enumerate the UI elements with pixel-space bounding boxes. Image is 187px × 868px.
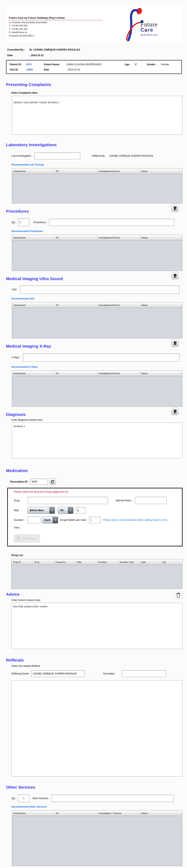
logo-care-text: Care ♥ xyxy=(141,27,157,32)
gender-label: Gender : xyxy=(147,63,161,66)
visit-date-value: : 2024-10-31 xyxy=(66,68,80,71)
col-frequency[interactable]: Fequency xyxy=(54,559,76,565)
uss-table-header: Department ID Investigation/Service Stat… xyxy=(12,302,182,308)
complaints-textarea[interactable]: BREAST USS REPORT TODAY: BI-RADS 2 xyxy=(12,96,182,134)
col-id[interactable]: ID xyxy=(55,371,97,376)
col-qty[interactable]: Qty xyxy=(161,559,182,565)
special-notes-label: Special Notes : xyxy=(116,499,133,502)
prescription-refresh-button[interactable] xyxy=(49,478,56,485)
procedures-delete-button[interactable] xyxy=(172,272,179,279)
total-label: Total : xyxy=(14,526,21,529)
col-way[interactable]: Way xyxy=(76,559,97,565)
company-phone-2: T: +24 84 225 252 xyxy=(9,28,103,30)
letterhead: Future Care by Future Holdings (Pty) Lim… xyxy=(6,5,181,42)
col-id[interactable]: ID xyxy=(55,302,97,308)
complaints-label: Enter Complaints Here xyxy=(11,91,187,94)
tablets-fraction-note: Please add as decimal numbers when addin… xyxy=(103,519,169,521)
way-select-value: Before Meal xyxy=(28,507,45,514)
referring-doctor-label: Reffering Doctor xyxy=(11,672,29,675)
way-select[interactable]: Before Meal ▼ xyxy=(28,507,55,514)
uss-delete-button[interactable] xyxy=(172,340,179,347)
recommended-uss-link[interactable]: Recommended USS xyxy=(11,297,187,300)
prescription-id-input[interactable] xyxy=(30,479,48,485)
col-investigation[interactable]: Investigation/Service xyxy=(97,235,140,240)
other-services-input[interactable] xyxy=(51,795,174,802)
company-address: Le Chainter,Victoria,Mahe,Seychelles xyxy=(9,21,103,24)
drug-list-label: Drug List xyxy=(11,554,187,557)
other-services-label: Other Services : xyxy=(32,797,49,800)
medication-title: Medication xyxy=(6,468,187,473)
xray-input[interactable] xyxy=(23,353,180,362)
col-status[interactable]: Status xyxy=(140,810,182,816)
consult-date-label: Date xyxy=(7,54,29,57)
col-drug[interactable]: Drug xyxy=(33,559,54,565)
visit-date-label: Date xyxy=(44,68,66,71)
drug-list-delete-button[interactable] xyxy=(175,591,182,599)
referring-doctor-input[interactable] xyxy=(31,670,85,677)
col-duration-type[interactable]: Duration Type xyxy=(118,559,140,565)
col-status[interactable]: Status xyxy=(140,302,182,308)
way-label: Way : xyxy=(14,509,28,512)
special-notes-input[interactable] xyxy=(135,497,167,504)
procedures-title: Procedures xyxy=(6,209,187,214)
col-investigation[interactable]: Investigation/Service xyxy=(97,302,140,308)
patient-name-label: Patient Name : xyxy=(44,63,66,66)
col-department[interactable]: Department xyxy=(12,810,55,816)
procedures-table-body xyxy=(12,241,182,271)
duration-type-select[interactable]: Day/s ▼ xyxy=(42,517,58,523)
col-status[interactable]: Status xyxy=(140,235,182,240)
drug-input[interactable] xyxy=(28,497,108,504)
other-qty-input[interactable] xyxy=(18,795,29,802)
drug-suggestion-warning: Please select the Drug from Drug suggess… xyxy=(14,490,179,493)
lab-investigation-input[interactable] xyxy=(34,152,80,159)
per-meal-input[interactable] xyxy=(89,517,101,523)
age-label: Age : xyxy=(125,63,134,66)
xray-delete-button[interactable] xyxy=(172,408,179,415)
col-department[interactable]: Department xyxy=(12,302,55,308)
other-qty-label: Qty : xyxy=(11,797,16,800)
duration-input[interactable] xyxy=(28,517,40,523)
col-investigation[interactable]: Investigation/Service xyxy=(97,371,140,376)
recommended-xray-link[interactable]: Recommended X-Rays xyxy=(11,366,187,368)
procedures-input[interactable] xyxy=(49,219,174,226)
recommended-lab-testings-link[interactable]: Recommended Lab Testings xyxy=(11,163,187,166)
xray-title: Medical Imaging X-Ray xyxy=(6,344,187,349)
trash-icon xyxy=(173,274,177,278)
lab-table-body xyxy=(12,174,182,203)
trash-icon xyxy=(176,592,181,598)
recommended-procedures-link[interactable]: Recommended Procedures xyxy=(11,230,187,232)
col-id[interactable]: ID xyxy=(55,810,97,816)
lab-delete-button[interactable] xyxy=(172,205,179,212)
refresh-icon xyxy=(50,480,54,484)
referral-listbox[interactable] xyxy=(11,680,182,777)
col-note[interactable]: Note xyxy=(140,559,161,565)
col-drug-id[interactable]: Drug ID xyxy=(11,559,33,565)
col-status[interactable]: Status xyxy=(140,168,182,174)
col-department[interactable]: Department xyxy=(12,168,55,174)
chevron-down-icon: ▼ xyxy=(49,507,55,514)
col-status[interactable]: Status xyxy=(140,371,182,376)
col-id[interactable]: ID xyxy=(55,168,97,174)
referred-by-value: LEONEL ENRIQUE GUERRA ROSALES xyxy=(109,154,153,157)
lab-investigation-label: Lab Investingation : xyxy=(11,154,32,157)
col-duration[interactable]: Duration xyxy=(97,559,118,565)
advice-textarea[interactable]: ROUTINE EXAM EVERY YEARS xyxy=(11,603,182,649)
presenting-complaints-title: Presenting Complaints xyxy=(6,82,187,87)
col-department[interactable]: Department xyxy=(12,371,55,376)
col-investigation[interactable]: Investigation / Service xyxy=(97,810,140,816)
frequency-select[interactable]: OD ▼ xyxy=(58,507,73,514)
add-drug-button[interactable]: + Add Drug xyxy=(14,534,40,542)
procedures-qty-input[interactable] xyxy=(18,218,29,226)
way-qty-input[interactable] xyxy=(76,507,85,514)
col-department[interactable]: Department xyxy=(12,235,55,240)
consultant-input[interactable] xyxy=(122,670,166,677)
patient-info-box: Patient ID : 8476 Patient Name : SAMIA C… xyxy=(6,60,182,74)
diagnosis-textarea[interactable]: BI-RADS 2 xyxy=(12,423,182,458)
referrals-label: Select the needed Refferal xyxy=(11,664,187,668)
consult-date-row: Date : 2024-10-31 xyxy=(7,54,187,57)
recommended-other-services-link[interactable]: Recommended Other Services xyxy=(11,805,187,808)
col-investigation[interactable]: Investigation/Service xyxy=(97,168,140,174)
drug-list-header: Drug ID Drug Fequency Way Duration Durat… xyxy=(11,559,182,565)
col-id[interactable]: ID xyxy=(55,235,97,240)
uss-input[interactable] xyxy=(20,286,179,293)
